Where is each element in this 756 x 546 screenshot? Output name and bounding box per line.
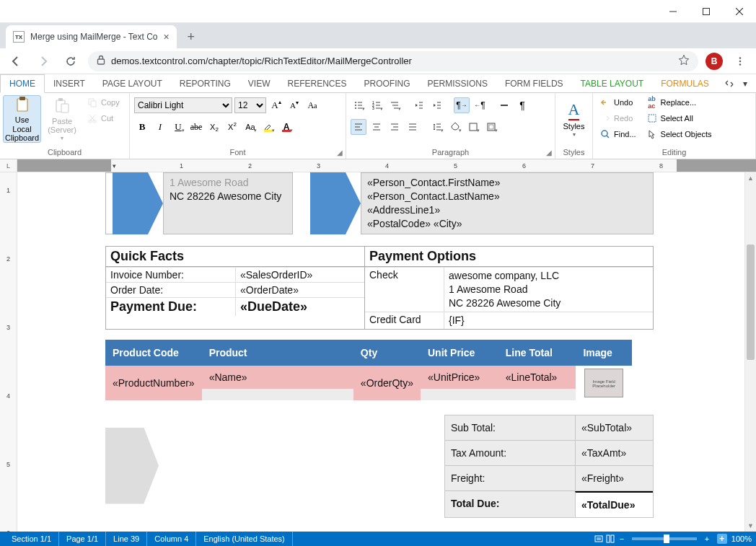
- zoom-out-button[interactable]: −: [616, 534, 628, 543]
- tab-close-icon[interactable]: ×: [164, 31, 170, 43]
- ribbon-tab-page-layout[interactable]: PAGE LAYOUT: [94, 74, 171, 92]
- cell-qty[interactable]: «OrderQty»: [353, 366, 421, 400]
- browser-menu-button[interactable]: [730, 51, 750, 71]
- frame-icon[interactable]: ▾: [483, 119, 499, 135]
- window-close-button[interactable]: [723, 0, 756, 23]
- nav-reload-button[interactable]: [61, 51, 81, 71]
- align-right-icon[interactable]: [387, 119, 403, 135]
- ribbon-tab-insert[interactable]: INSERT: [45, 74, 94, 92]
- status-section[interactable]: Section 1/1: [4, 532, 59, 546]
- ruler-marker-left-icon[interactable]: ▾: [113, 159, 116, 172]
- po-cc-v[interactable]: {IF}: [444, 312, 653, 329]
- rtl-direction-icon[interactable]: ←¶: [472, 97, 488, 113]
- zoom-slider-knob[interactable]: [664, 534, 669, 543]
- field-firstname[interactable]: «Person_Contact.FirstName»: [367, 176, 647, 190]
- star-icon[interactable]: [678, 54, 690, 68]
- select-all-button[interactable]: Select All: [643, 111, 716, 126]
- borders-icon[interactable]: ▾: [465, 119, 481, 135]
- copy-button[interactable]: Copy: [83, 95, 126, 110]
- status-page[interactable]: Page 1/1: [59, 532, 106, 546]
- ruler-vertical[interactable]: 1 2 3 4 5 6: [0, 172, 17, 532]
- multilevel-list-icon[interactable]: ▾: [387, 97, 403, 113]
- subscript-icon[interactable]: X2: [206, 119, 222, 135]
- paragraph-launcher-icon[interactable]: ◢: [546, 149, 552, 157]
- items-table[interactable]: Product Code Product Qty Unit Price Line…: [105, 340, 632, 400]
- sender-address-box[interactable]: 1 Awesome Road NC 28226 Awesome City: [163, 172, 293, 234]
- highlight-color-icon[interactable]: ▾: [260, 119, 276, 135]
- ribbon-tab-form-fields[interactable]: FORM FIELDS: [496, 74, 572, 92]
- pentagon-shape-ghost[interactable]: [105, 428, 159, 504]
- font-name-select[interactable]: Calibri Light: [134, 97, 232, 113]
- browser-tab-active[interactable]: TX Merge using MailMerge - Text Co ×: [6, 25, 177, 48]
- status-line[interactable]: Line 39: [106, 532, 147, 546]
- select-objects-button[interactable]: Select Objects: [643, 127, 716, 141]
- font-color-icon[interactable]: A▾: [278, 119, 294, 135]
- font-size-select[interactable]: 12: [234, 97, 266, 113]
- redo-button[interactable]: Redo: [596, 111, 640, 126]
- font-launcher-icon[interactable]: ◢: [337, 149, 343, 157]
- paste-server-button[interactable]: Paste (Server)▾: [44, 95, 80, 143]
- recipient-address-box[interactable]: «Person_Contact.FirstName» «Person_Conta…: [361, 172, 654, 234]
- numbering-icon[interactable]: 123▾: [369, 97, 384, 113]
- zoom-in-button[interactable]: +: [701, 534, 713, 543]
- scroll-thumb[interactable]: [747, 245, 755, 360]
- bold-icon[interactable]: B: [134, 119, 150, 135]
- cell-image[interactable]: Image Field Placeholder: [576, 366, 632, 400]
- qf-big-v[interactable]: «DueDate»: [236, 298, 364, 316]
- italic-icon[interactable]: I: [152, 119, 168, 135]
- text-case-icon[interactable]: Aa▾: [242, 119, 258, 135]
- replace-button[interactable]: abacReplace...: [643, 95, 716, 110]
- zoom-slider[interactable]: [632, 537, 697, 540]
- pentagon-shape-right[interactable]: [310, 172, 361, 234]
- cell-name[interactable]: «Name»: [202, 366, 353, 389]
- status-column[interactable]: Column 4: [147, 532, 196, 546]
- payment-options-table[interactable]: Payment Options Check awesome company, L…: [365, 246, 654, 330]
- window-minimize-button[interactable]: [656, 0, 690, 23]
- document-area[interactable]: 1 Awesome Road NC 28226 Awesome City «Pe…: [17, 172, 744, 532]
- show-marks-icon[interactable]: ¶: [514, 97, 530, 113]
- quick-facts-table[interactable]: Quick Facts Invoice Number:«SalesOrderID…: [105, 246, 365, 330]
- superscript-icon[interactable]: X2: [224, 119, 240, 135]
- ribbon-tab-view[interactable]: VIEW: [239, 74, 279, 92]
- ruler-horizontal[interactable]: L ▾ 1 2 3 4 5 6 7 8: [0, 159, 756, 172]
- field-addressline1[interactable]: «AddressLine1»: [367, 203, 647, 217]
- ribbon-tab-proofing[interactable]: PROOFING: [356, 74, 419, 92]
- view-mode-icon[interactable]: [605, 533, 616, 545]
- totals-table[interactable]: Sub Total:«SubTotal» Tax Amount:«TaxAmt»…: [444, 415, 654, 518]
- nav-back-button[interactable]: [6, 51, 26, 71]
- decrease-indent-icon[interactable]: [411, 97, 427, 113]
- scroll-up-icon[interactable]: ▲: [745, 172, 756, 184]
- line-spacing-icon[interactable]: ▾: [429, 119, 445, 135]
- use-local-clipboard-button[interactable]: Use Local Clipboard: [3, 95, 41, 143]
- cell-line[interactable]: «LineTotal»: [498, 366, 576, 389]
- ribbon-tab-permissions[interactable]: PERMISSIONS: [419, 74, 496, 92]
- bullets-icon[interactable]: ▾: [351, 97, 366, 113]
- tot-v2[interactable]: «Freight»: [575, 466, 653, 490]
- strikethrough-icon[interactable]: abe: [188, 119, 204, 135]
- window-maximize-button[interactable]: [690, 0, 723, 23]
- pentagon-shape-left[interactable]: [113, 172, 163, 234]
- cell-unit[interactable]: «UnitPrice»: [421, 366, 498, 389]
- shrink-font-icon[interactable]: A▾: [286, 97, 302, 113]
- tot-v1[interactable]: «TaxAmt»: [575, 441, 653, 465]
- field-postal-city[interactable]: «PostalCode» «City»: [367, 217, 647, 231]
- items-data-row[interactable]: «ProductNumber» «Name» «OrderQty» «UnitP…: [105, 366, 632, 389]
- undo-button[interactable]: Undo: [596, 95, 640, 110]
- zoom-level[interactable]: 100%: [731, 534, 752, 543]
- ribbon-expand-icon[interactable]: [723, 77, 736, 90]
- address-bar[interactable]: demos.textcontrol.com/chapter/topic/Rich…: [88, 51, 698, 71]
- grow-font-icon[interactable]: A▴: [268, 97, 284, 113]
- increase-indent-icon[interactable]: [429, 97, 445, 113]
- tot-v0[interactable]: «SubTotal»: [575, 415, 653, 440]
- align-justify-icon[interactable]: [405, 119, 421, 135]
- styles-button[interactable]: A Styles ▾: [560, 95, 589, 143]
- nav-forward-button[interactable]: [33, 51, 53, 71]
- cut-button[interactable]: Cut: [83, 111, 126, 126]
- change-case-icon[interactable]: Aa: [304, 97, 320, 113]
- track-changes-icon[interactable]: [593, 533, 605, 545]
- underline-icon[interactable]: U▾: [170, 119, 186, 135]
- hr-icon[interactable]: [496, 97, 512, 113]
- qf-v0[interactable]: «SalesOrderID»: [236, 268, 364, 282]
- ribbon-tab-reporting[interactable]: REPORTING: [171, 74, 239, 92]
- cell-code[interactable]: «ProductNumber»: [105, 366, 202, 400]
